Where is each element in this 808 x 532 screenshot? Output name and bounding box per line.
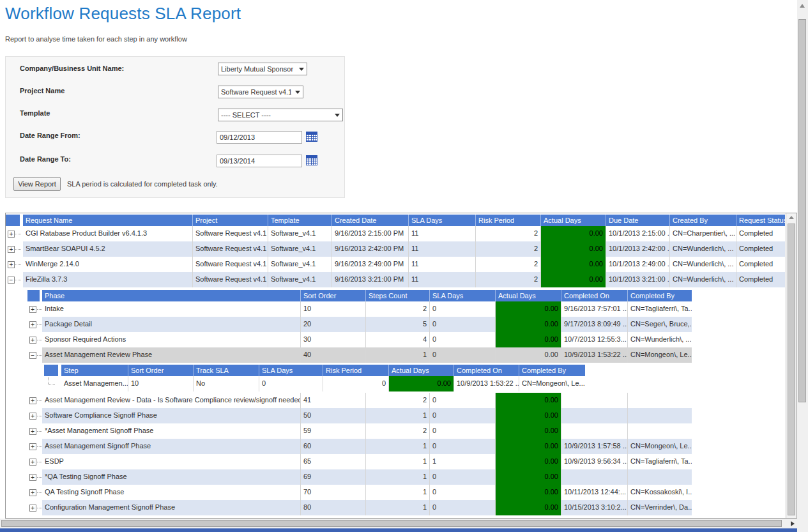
- cell-sla-days: 0: [430, 408, 496, 423]
- scroll-right-icon[interactable]: [791, 521, 795, 526]
- expand-icon[interactable]: +: [8, 261, 15, 268]
- request-row[interactable]: + WinMerge 2.14.0 Software Request v4.1 …: [6, 257, 786, 272]
- column-header-template[interactable]: Template: [268, 215, 332, 226]
- column-header-risk-period[interactable]: Risk Period: [323, 365, 389, 376]
- column-header-completed-by[interactable]: Completed By: [519, 365, 585, 376]
- row-expander[interactable]: +: [6, 257, 23, 272]
- column-header-actual-days[interactable]: Actual Days: [389, 365, 454, 376]
- phase-row[interactable]: + Software Compliance Signoff Phase 50 1…: [27, 408, 786, 423]
- row-expander[interactable]: +: [6, 226, 23, 241]
- expand-icon[interactable]: +: [29, 321, 36, 328]
- expand-icon[interactable]: +: [8, 246, 15, 253]
- calendar-icon[interactable]: [306, 131, 317, 142]
- expand-icon[interactable]: +: [29, 337, 36, 344]
- date-to-input[interactable]: 09/13/2014: [217, 155, 302, 167]
- cell-project: Software Request v4.1: [193, 257, 268, 272]
- request-row[interactable]: + CGI Ratabase Product Builder v6.4.1.3 …: [6, 226, 786, 241]
- row-expander[interactable]: +: [27, 454, 42, 469]
- horizontal-scrollbar[interactable]: [0, 519, 797, 528]
- column-header-project[interactable]: Project: [193, 215, 268, 226]
- phase-row[interactable]: + *Asset Management Signoff Phase 59 2 0…: [27, 423, 786, 439]
- expand-icon[interactable]: +: [29, 413, 36, 420]
- column-header-completed-on[interactable]: Completed On: [561, 290, 628, 301]
- column-header-completed-on[interactable]: Completed On: [454, 365, 519, 376]
- column-header-sla-days[interactable]: SLA Days: [430, 290, 496, 301]
- phase-row[interactable]: + Asset Management Review - Data - Is So…: [27, 393, 786, 408]
- column-header-request-name[interactable]: Request Name: [23, 215, 193, 226]
- column-header-sla-days[interactable]: SLA Days: [259, 365, 323, 376]
- phase-row[interactable]: + ESDP 65 1 1 0.00 10/9/2013 9:56:34 ...…: [27, 454, 786, 469]
- vertical-scrollbar-thumb[interactable]: [798, 19, 806, 402]
- row-expander[interactable]: +: [27, 485, 42, 500]
- column-header-sla-days[interactable]: SLA Days: [409, 215, 476, 226]
- expand-icon[interactable]: +: [29, 397, 36, 404]
- expand-icon[interactable]: +: [29, 489, 36, 496]
- calendar-icon[interactable]: [306, 155, 317, 165]
- phase-row[interactable]: + *QA Testing Signoff Phase 69 1 0 0.00: [27, 469, 786, 485]
- column-header-due-date[interactable]: Due Date: [606, 215, 670, 226]
- expand-icon[interactable]: +: [29, 459, 36, 466]
- expand-icon[interactable]: +: [8, 231, 15, 238]
- collapse-icon[interactable]: −: [8, 277, 15, 284]
- column-header-phase[interactable]: Phase: [42, 290, 301, 301]
- column-header-completed-by[interactable]: Completed By: [628, 290, 692, 301]
- request-row-expanded[interactable]: − FileZilla 3.7.3 Software Request v4.1 …: [6, 272, 786, 287]
- row-expander[interactable]: −: [6, 272, 23, 287]
- grid-scrollbar-thumb[interactable]: [788, 224, 795, 515]
- view-report-button[interactable]: View Report: [13, 177, 61, 191]
- column-header-actual-days[interactable]: Actual Days: [541, 215, 606, 226]
- row-expander[interactable]: +: [27, 301, 42, 317]
- row-expander[interactable]: +: [27, 317, 42, 332]
- column-header-actual-days[interactable]: Actual Days: [496, 290, 561, 301]
- company-select[interactable]: Liberty Mutual Sponsor: [218, 63, 307, 75]
- scroll-up-icon[interactable]: [789, 216, 794, 219]
- row-expander[interactable]: +: [27, 332, 42, 347]
- cell-sort-order: 10: [301, 301, 366, 317]
- template-select[interactable]: ---- SELECT ----: [218, 109, 343, 121]
- expand-icon[interactable]: +: [29, 443, 36, 450]
- page-subtitle: Report to analyse time taken for each st…: [5, 35, 187, 43]
- cell-completed-by: CN=Wunderlich\, ...: [628, 332, 692, 347]
- column-header-step[interactable]: Step: [61, 365, 128, 376]
- phase-row-selected[interactable]: − Asset Management Review Phase 40 1 0 0…: [27, 347, 786, 363]
- cell-completed-on: 10/9/2013 9:56:34 ...: [561, 454, 628, 469]
- phase-row[interactable]: + Asset Management Signoff Phase 60 1 0 …: [27, 439, 786, 454]
- expand-icon[interactable]: +: [29, 306, 36, 313]
- column-header-sort-order[interactable]: Sort Order: [301, 290, 366, 301]
- cell-created-date: 9/16/2013 2:42:00 PM: [332, 241, 409, 257]
- row-expander[interactable]: +: [6, 241, 23, 257]
- expand-icon[interactable]: +: [29, 428, 36, 435]
- grid-vertical-scrollbar[interactable]: [786, 213, 797, 518]
- phase-row[interactable]: + Intake 10 2 0 0.00 9/16/2013 7:57:01 .…: [27, 301, 786, 317]
- expand-icon[interactable]: +: [29, 505, 36, 512]
- row-expander[interactable]: +: [27, 439, 42, 454]
- column-header-request-status[interactable]: Request Status: [736, 215, 785, 226]
- column-header-created-by[interactable]: Created By: [670, 215, 736, 226]
- cell-steps-count: 1: [366, 408, 430, 423]
- column-header-risk-period[interactable]: Risk Period: [476, 215, 541, 226]
- phase-row[interactable]: + QA Testing Signoff Phase 70 1 0 0.00 1…: [27, 485, 786, 500]
- phase-row[interactable]: + Configuration Management Signoff Phase…: [27, 500, 786, 515]
- phase-row[interactable]: + Sponsor Required Actions 30 4 0 0.00 1…: [27, 332, 786, 347]
- collapse-icon[interactable]: −: [29, 352, 36, 359]
- column-header-sort-order[interactable]: Sort Order: [128, 365, 194, 376]
- row-expander[interactable]: +: [27, 423, 42, 439]
- project-select[interactable]: Software Request v4.1: [218, 86, 303, 98]
- expand-icon[interactable]: +: [29, 474, 36, 481]
- row-expander[interactable]: +: [27, 500, 42, 515]
- scroll-up-icon[interactable]: [800, 4, 805, 8]
- vertical-scrollbar[interactable]: [797, 0, 808, 532]
- cell-actual-days: 0.00: [496, 485, 561, 500]
- phase-row[interactable]: + Package Detail 20 5 0 0.00 9/17/2013 8…: [27, 317, 786, 332]
- date-from-input[interactable]: 09/12/2013: [217, 131, 302, 144]
- row-expander[interactable]: +: [27, 408, 42, 423]
- step-row[interactable]: Asset Managemen... 10 No 0 0 0.00 10/9/2…: [44, 376, 786, 391]
- row-expander[interactable]: +: [27, 393, 42, 408]
- request-row[interactable]: + SmartBear SOAPUI 4.5.2 Software Reques…: [6, 241, 786, 257]
- row-expander[interactable]: +: [27, 469, 42, 485]
- column-header-steps-count[interactable]: Steps Count: [366, 290, 430, 301]
- column-header-created-date[interactable]: Created Date: [332, 215, 409, 226]
- column-header-track-sla[interactable]: Track SLA: [194, 365, 259, 376]
- row-expander[interactable]: −: [27, 347, 42, 363]
- horizontal-scrollbar-thumb[interactable]: [1, 520, 782, 527]
